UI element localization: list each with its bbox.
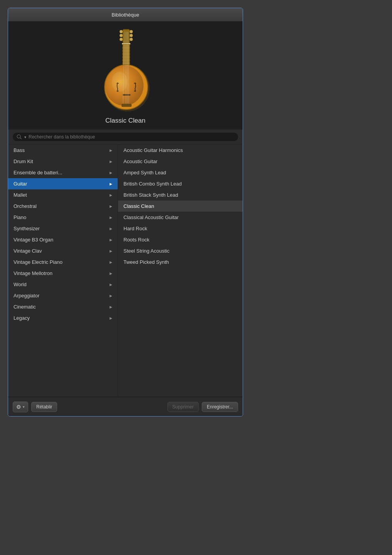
category-arrow-icon: ▶ (110, 171, 112, 175)
bottom-toolbar: ⚙ ▾ Rétablir Supprimer Enregistrer... (8, 397, 243, 416)
svg-point-5 (130, 34, 133, 37)
category-item-vintage-electric-piano[interactable]: Vintage Electric Piano▶ (8, 256, 118, 268)
svg-point-4 (130, 30, 133, 33)
category-item-arpeggiator[interactable]: Arpeggiator▶ (8, 290, 118, 301)
preset-item-roots-rock[interactable]: Roots Rock (118, 234, 243, 245)
preset-item-tweed-picked-synth[interactable]: Tweed Picked Synth (118, 256, 243, 268)
preset-item-british-combo-synth-lead[interactable]: British Combo Synth Lead (118, 178, 243, 189)
save-button[interactable]: Enregistrer... (202, 402, 238, 412)
category-arrow-icon: ▶ (110, 272, 112, 275)
restore-label: Rétablir (36, 404, 52, 410)
svg-point-1 (120, 30, 123, 33)
category-label-guitar: Guitar (14, 181, 27, 187)
svg-point-6 (130, 38, 133, 41)
preset-item-steel-string-acoustic[interactable]: Steel String Acoustic (118, 245, 243, 256)
category-label-vintage-mellotron: Vintage Mellotron (14, 270, 52, 276)
category-item-piano[interactable]: Piano▶ (8, 212, 118, 223)
category-item-drum-kit[interactable]: Drum Kit▶ (8, 156, 118, 167)
category-arrow-icon: ▶ (110, 305, 112, 309)
search-chevron-icon[interactable]: ▾ (24, 135, 26, 139)
category-arrow-icon: ▶ (110, 238, 112, 242)
delete-button-disabled: Supprimer (167, 402, 199, 412)
title-bar: Bibliothèque (8, 8, 243, 22)
category-item-legacy[interactable]: Legacy▶ (8, 312, 118, 324)
title-label: Bibliothèque (112, 12, 139, 18)
gear-icon: ⚙ (16, 404, 21, 410)
gear-button[interactable]: ⚙ ▾ (13, 401, 28, 412)
category-item-mallet[interactable]: Mallet▶ (8, 189, 118, 201)
category-item-guitar[interactable]: Guitar▶ (8, 178, 118, 189)
preset-item-acoustic-guitar[interactable]: Acoustic Guitar (118, 156, 243, 167)
category-arrow-icon: ▶ (110, 294, 112, 298)
save-label: Enregistrer... (207, 404, 233, 410)
preset-label-classic-clean: Classic Clean (123, 203, 154, 209)
category-label-vintage-b3-organ: Vintage B3 Organ (14, 237, 53, 243)
category-item-vintage-clav[interactable]: Vintage Clav▶ (8, 245, 118, 256)
category-arrow-icon: ▶ (110, 182, 112, 186)
preview-area: Classic Clean (8, 22, 243, 130)
preset-label-roots-rock: Roots Rock (123, 237, 149, 243)
preset-item-classic-clean[interactable]: Classic Clean (118, 201, 243, 212)
preset-item-british-stack-synth-lead[interactable]: British Stack Synth Lead (118, 189, 243, 201)
preset-item-acoustic-guitar-harmonics[interactable]: Acoustic Guitar Harmonics (118, 145, 243, 156)
search-input[interactable] (29, 134, 234, 140)
preset-label-british-combo-synth-lead: British Combo Synth Lead (123, 181, 182, 187)
category-arrow-icon: ▶ (110, 193, 112, 197)
category-label-synthesizer: Synthesizer (14, 226, 40, 231)
preset-item-classical-acoustic-guitar[interactable]: Classical Acoustic Guitar (118, 212, 243, 223)
category-arrow-icon: ▶ (110, 316, 112, 320)
category-arrow-icon: ▶ (110, 148, 112, 152)
svg-rect-26 (122, 104, 132, 107)
preset-label-british-stack-synth-lead: British Stack Synth Lead (123, 192, 178, 198)
preset-label-tweed-picked-synth: Tweed Picked Synth (123, 259, 169, 265)
category-label-cinematic: Cinematic (14, 304, 36, 310)
categories-column: Bass▶Drum Kit▶Ensemble de batteri...▶Gui… (8, 145, 118, 396)
preset-item-hard-rock[interactable]: Hard Rock (118, 223, 243, 234)
category-arrow-icon: ▶ (110, 204, 112, 208)
category-arrow-icon: ▶ (110, 160, 112, 164)
category-label-mallet: Mallet (14, 192, 27, 198)
category-arrow-icon: ▶ (110, 283, 112, 287)
category-label-drum-kit: Drum Kit (14, 159, 33, 164)
search-bar: ▾ (8, 130, 243, 145)
preset-label-acoustic-guitar-harmonics: Acoustic Guitar Harmonics (123, 147, 183, 153)
preset-label-steel-string-acoustic: Steel String Acoustic (123, 248, 169, 254)
category-label-arpeggiator: Arpeggiator (14, 293, 39, 299)
search-wrapper[interactable]: ▾ (13, 133, 238, 141)
category-arrow-icon: ▶ (110, 260, 112, 264)
presets-column: Acoustic Guitar HarmonicsAcoustic Guitar… (118, 145, 243, 396)
svg-point-3 (120, 38, 123, 41)
category-item-vintage-b3-organ[interactable]: Vintage B3 Organ▶ (8, 234, 118, 245)
library-panel: Bibliothèque (8, 8, 243, 417)
selected-preset-name: Classic Clean (105, 117, 145, 125)
category-label-legacy: Legacy (14, 315, 30, 321)
chevron-down-icon: ▾ (23, 405, 25, 409)
search-icon (17, 134, 22, 140)
category-arrow-icon: ▶ (110, 227, 112, 231)
category-item-ensemble-batteri[interactable]: Ensemble de batteri...▶ (8, 167, 118, 178)
category-item-synthesizer[interactable]: Synthesizer▶ (8, 223, 118, 234)
category-label-piano: Piano (14, 214, 26, 220)
preset-label-amped-synth-lead: Amped Synth Lead (123, 170, 166, 175)
guitar-image (91, 27, 160, 115)
preset-label-acoustic-guitar: Acoustic Guitar (123, 159, 157, 164)
category-item-world[interactable]: World▶ (8, 279, 118, 290)
category-label-world: World (14, 282, 27, 287)
svg-line-35 (20, 138, 21, 139)
delete-label: Supprimer (172, 404, 194, 410)
category-item-bass[interactable]: Bass▶ (8, 145, 118, 156)
category-item-orchestral[interactable]: Orchestral▶ (8, 201, 118, 212)
category-label-vintage-clav: Vintage Clav (14, 248, 42, 254)
category-label-vintage-electric-piano: Vintage Electric Piano (14, 259, 63, 265)
svg-point-2 (120, 34, 123, 37)
content-area: Bass▶Drum Kit▶Ensemble de batteri...▶Gui… (8, 145, 243, 397)
category-item-cinematic[interactable]: Cinematic▶ (8, 301, 118, 312)
category-item-vintage-mellotron[interactable]: Vintage Mellotron▶ (8, 268, 118, 279)
category-label-bass: Bass (14, 147, 25, 153)
category-arrow-icon: ▶ (110, 249, 112, 253)
preset-label-hard-rock: Hard Rock (123, 226, 147, 231)
category-label-orchestral: Orchestral (14, 203, 37, 209)
preset-label-classical-acoustic-guitar: Classical Acoustic Guitar (123, 214, 179, 220)
preset-item-amped-synth-lead[interactable]: Amped Synth Lead (118, 167, 243, 178)
restore-button[interactable]: Rétablir (31, 402, 57, 412)
